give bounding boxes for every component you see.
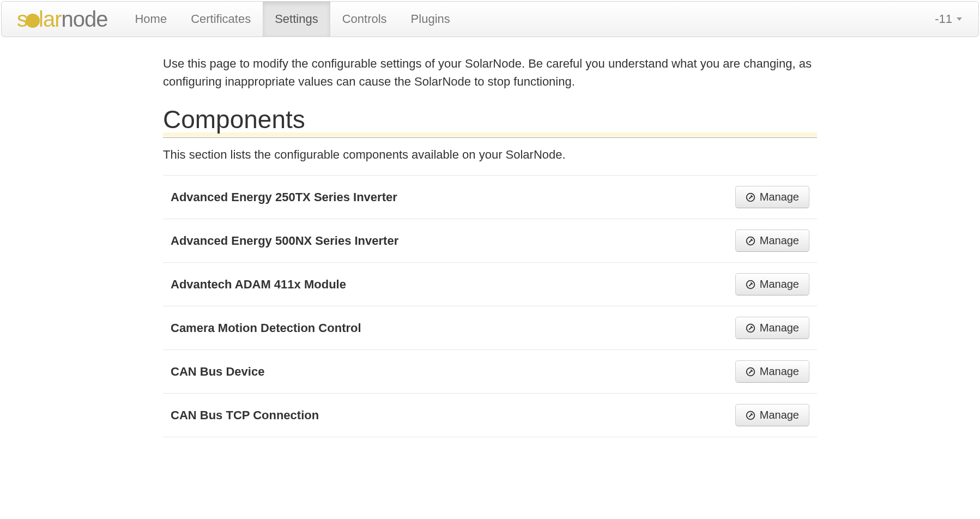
navbar: slarnode Home Certificates Settings Cont… [1, 1, 979, 37]
manage-button-label: Manage [760, 322, 799, 334]
edit-icon [746, 367, 755, 377]
nav-dropdown[interactable]: -11 [918, 12, 978, 26]
component-row: CAN Bus Device Manage [163, 349, 817, 393]
manage-button-label: Manage [760, 191, 799, 203]
manage-button-label: Manage [760, 278, 799, 291]
edit-icon [746, 236, 755, 246]
components-list: Advanced Energy 250TX Series Inverter Ma… [163, 175, 817, 437]
manage-button[interactable]: Manage [735, 404, 809, 426]
component-row: Advantech ADAM 411x Module Manage [163, 262, 817, 306]
nav-item-controls[interactable]: Controls [330, 2, 399, 37]
component-row: Advanced Energy 250TX Series Inverter Ma… [163, 175, 817, 219]
edit-icon [746, 411, 755, 420]
edit-icon [746, 280, 755, 289]
nav-item-plugins[interactable]: Plugins [399, 2, 462, 37]
manage-button-label: Manage [760, 365, 799, 378]
brand-dot-icon [26, 14, 40, 28]
component-name: CAN Bus Device [171, 365, 264, 379]
nav-dropdown-label: -11 [935, 12, 952, 26]
section-title: Components [163, 105, 817, 138]
nav-item-home[interactable]: Home [123, 2, 179, 37]
component-name: CAN Bus TCP Connection [171, 408, 319, 423]
manage-button[interactable]: Manage [735, 186, 809, 208]
nav-item-certificates[interactable]: Certificates [179, 2, 263, 37]
brand-part3: node [61, 7, 107, 31]
brand-logo[interactable]: slarnode [2, 7, 123, 32]
manage-button[interactable]: Manage [735, 317, 809, 339]
component-row: Camera Motion Detection Control Manage [163, 306, 817, 349]
component-row: CAN Bus TCP Connection Manage [163, 393, 817, 437]
section-description: This section lists the configurable comp… [163, 148, 817, 162]
nav-item-settings[interactable]: Settings [263, 2, 330, 37]
edit-icon [746, 323, 755, 333]
manage-button[interactable]: Manage [735, 273, 809, 295]
caret-down-icon [957, 17, 962, 21]
edit-icon [746, 192, 755, 202]
main-container: Use this page to modify the configurable… [152, 38, 828, 448]
manage-button-label: Manage [760, 234, 799, 247]
brand-part2: lar [39, 7, 61, 31]
component-name: Advanced Energy 250TX Series Inverter [171, 190, 397, 204]
intro-text: Use this page to modify the configurable… [163, 55, 817, 90]
nav-items: Home Certificates Settings Controls Plug… [123, 2, 462, 37]
component-name: Advanced Energy 500NX Series Inverter [171, 234, 398, 248]
manage-button[interactable]: Manage [735, 230, 809, 252]
component-row: Advanced Energy 500NX Series Inverter Ma… [163, 219, 817, 262]
component-name: Advantech ADAM 411x Module [171, 277, 346, 292]
manage-button[interactable]: Manage [735, 360, 809, 383]
manage-button-label: Manage [760, 409, 799, 421]
component-name: Camera Motion Detection Control [171, 321, 361, 335]
